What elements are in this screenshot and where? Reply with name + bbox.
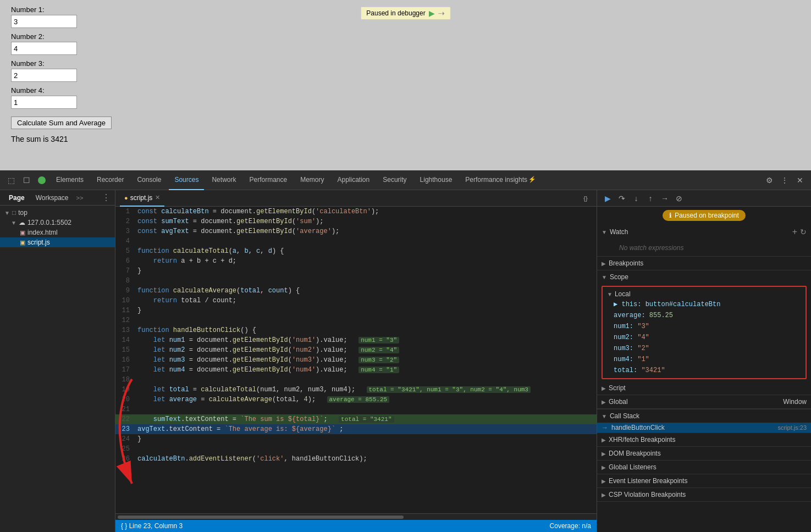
code-line-8: 8 [115, 276, 597, 286]
event-listener-header[interactable]: ▶ Event Listener Breakpoints [597, 474, 811, 487]
tree-item-server[interactable]: ▼ ☁ 127.0.0.1:5502 [0, 218, 115, 228]
close-devtools-icon[interactable]: ✕ [793, 174, 807, 187]
calculate-button[interactable]: Calculate Sum and Average [11, 117, 112, 129]
format-icon[interactable]: {} [579, 192, 592, 205]
scope-script-header[interactable]: ▶ Script [597, 381, 811, 395]
code-line-24: 24 } [115, 434, 597, 444]
sources-sidebar: Page Workspace >> ⋮ ▼ □ top ▼ ☁ 127.0.0.… [0, 190, 115, 532]
scope-section: ▼ Scope ▼ Local ▶ this: button#calculate… [597, 270, 811, 409]
resume-execution-btn[interactable]: ▶ [602, 192, 614, 204]
sidebar-tab-page[interactable]: Page [4, 193, 29, 203]
local-arrow-icon: ▼ [607, 291, 613, 297]
result-text: The sum is 3421 [11, 135, 800, 143]
event-listener-section: ▶ Event Listener Breakpoints [597, 474, 811, 488]
code-line-27: 27 [115, 464, 597, 474]
sidebar-menu-icon[interactable]: ⋮ [102, 192, 111, 203]
code-line-4: 4 [115, 236, 597, 246]
close-file-icon[interactable]: ✕ [155, 194, 160, 201]
script-scope-arrow: ▶ [602, 385, 606, 391]
call-stack-arrow: ▼ [602, 413, 607, 419]
scope-num2: num2: "4" [605, 332, 803, 343]
breakpoints-header[interactable]: ▶ Breakpoints [597, 257, 811, 270]
sidebar-more-icon[interactable]: >> [76, 195, 84, 201]
num3-label: Number 3: [11, 59, 800, 68]
watch-refresh-icon[interactable]: ↻ [800, 228, 807, 236]
debugger-right-scroll[interactable]: ℹ Paused on breakpoint ▼ Watch + ↻ No wa… [597, 207, 811, 532]
step-over-icon[interactable]: ⇢ [438, 9, 445, 18]
call-stack-entry-0[interactable]: → handleButtonClick script.js:23 [597, 423, 811, 433]
tree-arrow-top: ▼ [4, 210, 10, 216]
watch-section: ▼ Watch + ↻ No watch expressions [597, 224, 811, 257]
event-listener-arrow: ▶ [602, 478, 606, 484]
tab-performance[interactable]: Performance [244, 170, 293, 190]
scope-num4: num4: "1" [605, 354, 803, 365]
xhr-label: XHR/fetch Breakpoints [609, 436, 675, 444]
tree-item-top[interactable]: ▼ □ top [0, 208, 115, 218]
scope-header[interactable]: ▼ Scope [597, 270, 811, 284]
devtools-topbar: ⬚ ☐ Elements Recorder Console Sources Ne… [0, 170, 811, 190]
inspect-icon[interactable]: ⬚ [4, 174, 18, 187]
num1-input[interactable] [11, 15, 77, 28]
settings-icon[interactable]: ⚙ [763, 174, 776, 187]
tab-elements[interactable]: Elements [51, 170, 89, 190]
csp-header[interactable]: ▶ CSP Violation Breakpoints [597, 488, 811, 501]
watch-arrow-icon: ▼ [602, 229, 607, 235]
scope-total: total: "3421" [605, 365, 803, 376]
deactivate-breakpoints-btn[interactable]: ⊘ [673, 192, 685, 204]
num4-input[interactable] [11, 96, 77, 109]
step-into-btn[interactable]: ↓ [630, 192, 642, 204]
watch-label: Watch [610, 228, 628, 236]
code-line-3: 3 const avgText = document.getElementByI… [115, 226, 597, 236]
xhr-header[interactable]: ▶ XHR/fetch Breakpoints [597, 433, 811, 446]
tab-lighthouse[interactable]: Lighthouse [415, 170, 458, 190]
sidebar-file-tree: ▼ □ top ▼ ☁ 127.0.0.1:5502 ▣ index.html … [0, 206, 115, 532]
num4-label: Number 4: [11, 86, 800, 95]
device-icon[interactable]: ☐ [20, 174, 33, 187]
resume-icon[interactable]: ▶ [429, 9, 435, 18]
xhr-arrow: ▶ [602, 437, 606, 443]
num2-input[interactable] [11, 42, 77, 55]
tab-console[interactable]: Console [131, 170, 167, 190]
tree-item-index[interactable]: ▣ index.html [0, 228, 115, 237]
tab-perf-insights[interactable]: Performance insights ⚡ [460, 170, 542, 190]
code-scroll-area[interactable]: 1 const calculateBtn = document.getEleme… [115, 207, 597, 513]
scope-num1: num1: "3" [605, 321, 803, 332]
tab-sources[interactable]: Sources [169, 170, 204, 190]
scope-arrow-icon: ▼ [602, 274, 607, 280]
num3-input[interactable] [11, 69, 77, 82]
dom-header[interactable]: ▶ DOM Breakpoints [597, 447, 811, 460]
tree-label-script: script.js [27, 239, 50, 246]
scope-global-header[interactable]: ▶ Global Window [597, 395, 811, 408]
code-line-2: 2 const sumText = document.getElementByI… [115, 217, 597, 226]
browser-viewport: Paused in debugger ▶ ⇢ Number 1: Number … [0, 0, 811, 170]
folder-icon-top: □ [12, 209, 16, 217]
tab-memory[interactable]: Memory [295, 170, 329, 190]
scrollbar-thumb [118, 516, 404, 519]
scope-local-header[interactable]: ▼ Local [605, 289, 803, 299]
tab-application[interactable]: Application [332, 170, 376, 190]
sidebar-tab-workspace[interactable]: Workspace [31, 193, 73, 203]
call-stack-loc-0: script.js:23 [777, 424, 807, 431]
step-over-btn[interactable]: ↷ [616, 192, 628, 204]
global-listeners-header[interactable]: ▶ Global Listeners [597, 461, 811, 474]
code-line-21: 21 [115, 404, 597, 414]
tab-security[interactable]: Security [377, 170, 412, 190]
step-out-btn[interactable]: ↑ [644, 192, 656, 204]
num3-group: Number 3: [11, 59, 800, 82]
status-coverage: Coverage: n/a [550, 522, 591, 530]
tree-item-script[interactable]: ▣ script.js [0, 237, 115, 247]
step-btn[interactable]: → [659, 192, 671, 204]
code-line-12: 12 [115, 315, 597, 325]
global-listeners-section: ▶ Global Listeners [597, 461, 811, 474]
tab-recorder[interactable]: Recorder [91, 170, 129, 190]
code-horizontal-scrollbar[interactable] [115, 513, 597, 520]
watch-add-icon[interactable]: + [792, 227, 797, 237]
code-line-23: 23 avgText.textContent = `The average is… [115, 424, 597, 434]
watch-header[interactable]: ▼ Watch + ↻ [597, 224, 811, 240]
more-options-icon[interactable]: ⋮ [778, 174, 791, 187]
call-stack-header[interactable]: ▼ Call Stack [597, 409, 811, 423]
scope-global-section: ▶ Global Window [597, 395, 811, 409]
tab-network[interactable]: Network [206, 170, 241, 190]
file-tab-script[interactable]: ● script.js ✕ [120, 190, 164, 207]
devtools-main: Page Workspace >> ⋮ ▼ □ top ▼ ☁ 127.0.0.… [0, 190, 811, 532]
